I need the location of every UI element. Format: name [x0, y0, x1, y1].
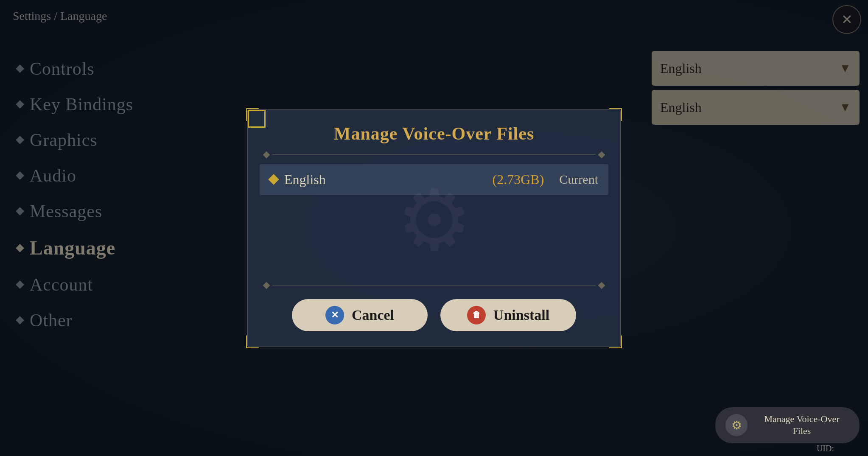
divider-line	[272, 285, 596, 285]
modal-title: Manage Voice-Over Files	[248, 110, 620, 152]
uninstall-button[interactable]: 🗑 Uninstall	[440, 299, 576, 331]
cancel-button[interactable]: ✕ Cancel	[292, 299, 428, 331]
vo-file-size: (2.73GB)	[493, 172, 544, 187]
gear-icon: ⚙	[725, 414, 748, 436]
modal-bottom-divider	[252, 283, 616, 288]
vo-status-badge: Current	[559, 172, 598, 187]
divider-diamond	[598, 282, 605, 289]
cancel-label: Cancel	[352, 307, 394, 323]
vo-entries-list: ⚙ English (2.73GB) Current	[248, 157, 620, 283]
uninstall-label: Uninstall	[493, 307, 549, 323]
modal-top-divider	[252, 152, 616, 157]
vo-language-name: English	[284, 172, 486, 187]
corner-decoration-tl	[246, 108, 263, 125]
divider-line	[272, 154, 596, 155]
divider-diamond	[263, 282, 270, 289]
cancel-icon: ✕	[325, 306, 344, 325]
tooltip-text: Manage Voice-Over Files	[754, 413, 849, 437]
manage-voice-over-modal: Manage Voice-Over Files ⚙ English (2.73G…	[247, 109, 621, 347]
diamond-icon	[268, 174, 279, 185]
trash-icon: 🗑	[467, 306, 486, 325]
manage-vo-tooltip: ⚙ Manage Voice-Over Files	[715, 407, 860, 443]
modal-action-buttons: ✕ Cancel 🗑 Uninstall	[248, 295, 620, 347]
uid-label: UID:	[817, 444, 834, 453]
vo-entry-english[interactable]: English (2.73GB) Current	[260, 164, 608, 195]
